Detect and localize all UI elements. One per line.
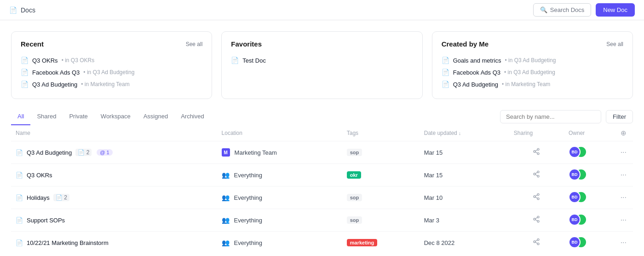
svg-line-9 bbox=[535, 172, 538, 174]
user-badge: @ 1 bbox=[97, 149, 112, 156]
svg-line-24 bbox=[535, 240, 538, 241]
recent-title: Recent bbox=[21, 40, 44, 48]
date-cell: Mar 15 bbox=[420, 141, 509, 164]
owner-cell: BD bbox=[564, 186, 614, 209]
share-icon[interactable] bbox=[533, 194, 540, 202]
doc-name[interactable]: Holidays bbox=[27, 194, 50, 201]
sharing-cell bbox=[509, 164, 564, 186]
list-item[interactable]: 📄 Q3 Ad Budgeting • in Marketing Team bbox=[442, 78, 623, 90]
more-options-button[interactable]: ··· bbox=[619, 147, 628, 157]
more-options-button[interactable]: ··· bbox=[619, 170, 628, 180]
date-updated: Mar 15 bbox=[424, 172, 443, 179]
tab-assigned[interactable]: Assigned bbox=[137, 108, 174, 125]
docs-icon: 📄 bbox=[9, 6, 17, 14]
location-text: Everything bbox=[234, 217, 262, 224]
created-by-me-header: Created by Me See all bbox=[442, 40, 623, 48]
share-icon[interactable] bbox=[533, 239, 540, 247]
more-options-button[interactable]: ··· bbox=[619, 215, 628, 225]
doc-icon: 📄 bbox=[442, 57, 449, 64]
more-cell: ··· bbox=[614, 186, 633, 209]
owner-cell: BD bbox=[564, 164, 614, 186]
tabs-bar: All Shared Private Workspace Assigned Ar… bbox=[11, 108, 633, 125]
location-icon: 👥 bbox=[222, 171, 230, 179]
more-options-button[interactable]: ··· bbox=[619, 192, 628, 203]
tab-all[interactable]: All bbox=[11, 108, 30, 125]
search-icon: 🔍 bbox=[540, 6, 547, 13]
tab-workspace[interactable]: Workspace bbox=[94, 108, 137, 125]
date-cell: Mar 10 bbox=[420, 186, 509, 209]
new-doc-button[interactable]: New Doc bbox=[596, 3, 635, 17]
created-by-me-card: Created by Me See all 📄 Goals and metric… bbox=[432, 31, 633, 99]
avatar: BD bbox=[569, 214, 581, 226]
col-name: Name bbox=[11, 125, 217, 141]
owner-avatar-group: BD bbox=[569, 236, 585, 249]
col-add[interactable]: ⊕ bbox=[614, 125, 633, 141]
add-column-icon[interactable]: ⊕ bbox=[621, 129, 627, 137]
tab-shared[interactable]: Shared bbox=[30, 108, 63, 125]
favorites-card: Favorites 📄 Test Doc bbox=[221, 31, 422, 99]
tab-archived[interactable]: Archived bbox=[174, 108, 211, 125]
favorites-title: Favorites bbox=[231, 40, 262, 48]
created-by-me-title: Created by Me bbox=[442, 40, 489, 48]
recent-card-header: Recent See all bbox=[21, 40, 202, 48]
date-cell: Dec 8 2022 bbox=[420, 232, 509, 254]
list-item[interactable]: 📄 Q3 OKRs • in Q3 OKRs bbox=[21, 54, 202, 66]
avatar: BD bbox=[569, 146, 581, 158]
tabs-right-actions: Filter bbox=[500, 110, 633, 123]
name-cell: 📄 Q3 Ad Budgeting📄 2@ 1 bbox=[11, 141, 217, 164]
col-owner: Owner bbox=[564, 125, 614, 141]
sort-arrow-icon: ↓ bbox=[459, 130, 461, 136]
location-text: Everything bbox=[234, 172, 262, 179]
name-cell: 📄 Support SOPs bbox=[11, 209, 217, 232]
tag-badge: sop bbox=[347, 149, 362, 156]
location-icon: M bbox=[222, 148, 230, 157]
doc-icon: 📄 bbox=[21, 69, 29, 76]
list-item[interactable]: 📄 Goals and metrics • in Q3 Ad Budgeting bbox=[442, 54, 623, 66]
recent-see-all[interactable]: See all bbox=[186, 41, 203, 47]
doc-icon: 📄 bbox=[16, 149, 23, 156]
location-cell: 👥Everything bbox=[217, 164, 342, 186]
col-date-updated[interactable]: Date updated ↓ bbox=[420, 125, 509, 141]
tab-private[interactable]: Private bbox=[63, 108, 94, 125]
owner-cell: BD bbox=[564, 209, 614, 232]
doc-name[interactable]: Q3 OKRs bbox=[27, 172, 52, 179]
svg-line-8 bbox=[535, 175, 538, 176]
doc-icon: 📄 bbox=[21, 57, 29, 64]
cards-section: Recent See all 📄 Q3 OKRs • in Q3 OKRs 📄 … bbox=[0, 20, 644, 108]
svg-line-18 bbox=[535, 220, 538, 221]
sharing-cell bbox=[509, 186, 564, 209]
created-by-me-see-all[interactable]: See all bbox=[606, 41, 623, 47]
date-updated: Mar 15 bbox=[424, 149, 443, 156]
share-icon[interactable] bbox=[533, 216, 540, 224]
app-title: Docs bbox=[21, 6, 35, 14]
search-name-input[interactable] bbox=[500, 110, 601, 123]
filter-button[interactable]: Filter bbox=[606, 110, 633, 123]
more-options-button[interactable]: ··· bbox=[619, 238, 628, 248]
col-tags: Tags bbox=[342, 125, 420, 141]
date-cell: Mar 15 bbox=[420, 164, 509, 186]
location-cell: 👥Everything bbox=[217, 232, 342, 254]
search-docs-button[interactable]: 🔍 Search Docs bbox=[533, 3, 591, 17]
list-item[interactable]: 📄 Facebook Ads Q3 • in Q3 Ad Budgeting bbox=[442, 66, 623, 78]
share-icon[interactable] bbox=[533, 171, 540, 179]
name-cell: 📄 10/22/21 Marketing Brainstorm bbox=[11, 232, 217, 254]
list-item[interactable]: 📄 Test Doc bbox=[231, 54, 413, 66]
list-item[interactable]: 📄 Facebook Ads Q3 • in Q3 Ad Budgeting bbox=[21, 66, 202, 78]
doc-name[interactable]: Support SOPs bbox=[27, 217, 65, 224]
location-icon: 👥 bbox=[222, 239, 230, 246]
owner-avatar-group: BD bbox=[569, 146, 585, 159]
tag-badge: sop bbox=[347, 216, 362, 224]
copy-badge: 📄 2 bbox=[75, 149, 92, 156]
app-title-area: 📄 Docs bbox=[9, 6, 35, 14]
date-updated: Mar 10 bbox=[424, 194, 443, 201]
sharing-cell bbox=[509, 232, 564, 254]
doc-name[interactable]: 10/22/21 Marketing Brainstorm bbox=[27, 239, 109, 246]
doc-icon: 📄 bbox=[442, 69, 449, 76]
name-cell: 📄 Holidays📄 2 bbox=[11, 186, 217, 209]
location-text: Marketing Team bbox=[235, 149, 277, 156]
share-icon[interactable] bbox=[533, 149, 540, 157]
tags-cell: okr bbox=[342, 164, 420, 186]
list-item[interactable]: 📄 Q3 Ad Budgeting • in Marketing Team bbox=[21, 78, 202, 90]
doc-name[interactable]: Q3 Ad Budgeting bbox=[27, 149, 72, 156]
date-cell: Mar 3 bbox=[420, 209, 509, 232]
